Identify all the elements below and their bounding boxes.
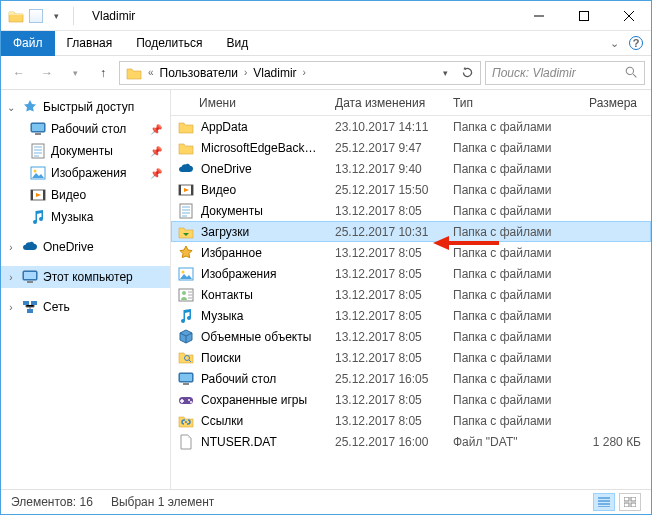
search-input[interactable]: Поиск: Vladimir [485,61,645,85]
table-row[interactable]: NTUSER.DAT25.12.2017 16:00Файл "DAT"1 28… [171,431,651,452]
address-dropdown-icon[interactable]: ▾ [434,62,456,84]
chevron-left-icon[interactable]: « [146,67,156,78]
cell-name: Загрузки [195,225,329,239]
table-row[interactable]: Рабочий стол25.12.2017 16:05Папка с файл… [171,368,651,389]
onedrive-icon [21,239,39,255]
forward-button[interactable]: → [35,61,59,85]
column-type[interactable]: Тип [445,96,565,110]
tree-quick-access[interactable]: ⌄ Быстрый доступ [1,96,170,118]
table-row[interactable]: Сохраненные игры13.12.2017 8:05Папка с ф… [171,389,651,410]
ribbon-tab-view[interactable]: Вид [214,31,260,56]
table-row[interactable]: MicrosoftEdgeBackups25.12.2017 9:47Папка… [171,137,651,158]
cell-type: Папка с файлами [447,246,567,260]
back-button[interactable]: ← [7,61,31,85]
expand-icon[interactable]: › [5,272,17,283]
ribbon-tab-share[interactable]: Поделиться [124,31,214,56]
up-button[interactable]: ↑ [91,61,115,85]
svg-rect-19 [179,185,181,195]
svg-rect-14 [27,281,33,283]
column-name[interactable]: Имени [171,96,327,110]
cell-date: 25.12.2017 10:31 [329,225,447,239]
status-count: Элементов: 16 [11,495,93,509]
navigation-pane[interactable]: ⌄ Быстрый доступ Рабочий стол📌Документы📌… [1,90,171,489]
svg-point-24 [182,270,185,273]
tree-item[interactable]: Видео [1,184,170,206]
cell-type: Папка с файлами [447,162,567,176]
minimize-button[interactable] [516,1,561,31]
table-row[interactable]: Контакты13.12.2017 8:05Папка с файлами [171,284,651,305]
cell-type: Папка с файлами [447,372,567,386]
qat-dropdown-icon[interactable]: ▾ [47,7,65,25]
ribbon-tab-home[interactable]: Главная [55,31,125,56]
table-row[interactable]: Загрузки25.12.2017 10:31Папка с файлами [171,221,651,242]
cell-type: Папка с файлами [447,330,567,344]
collapse-icon[interactable]: ⌄ [5,102,17,113]
list-view: Имени Дата изменения Тип Размера AppData… [171,90,651,489]
view-large-button[interactable] [619,493,641,511]
cell-date: 13.12.2017 8:05 [329,393,447,407]
svg-point-33 [190,401,192,403]
recent-dropdown[interactable]: ▾ [63,61,87,85]
svg-rect-39 [631,503,636,507]
table-row[interactable]: Избранное13.12.2017 8:05Папка с файлами [171,242,651,263]
svg-rect-38 [624,503,629,507]
cell-date: 25.12.2017 16:05 [329,372,447,386]
tree-item[interactable]: Изображения📌 [1,162,170,184]
cell-name: Музыка [195,309,329,323]
cell-name: Контакты [195,288,329,302]
column-size[interactable]: Размера [565,96,645,110]
chevron-right-icon[interactable]: › [242,67,249,78]
tree-onedrive[interactable]: › OneDrive [1,236,170,258]
table-row[interactable]: Поиски13.12.2017 8:05Папка с файлами [171,347,651,368]
cell-type: Папка с файлами [447,288,567,302]
ribbon-tab-file[interactable]: Файл [1,31,55,56]
cell-date: 13.12.2017 8:05 [329,288,447,302]
svg-point-32 [188,399,190,401]
chevron-right-icon[interactable]: › [301,67,308,78]
maximize-button[interactable] [561,1,606,31]
breadcrumb-segment[interactable]: Пользователи [156,62,242,84]
links-icon [177,412,195,430]
cell-date: 25.12.2017 9:47 [329,141,447,155]
breadcrumb-segment[interactable]: Vladimir [249,62,300,84]
cell-type: Папка с файлами [447,183,567,197]
table-row[interactable]: AppData23.10.2017 14:11Папка с файлами [171,116,651,137]
table-row[interactable]: OneDrive13.12.2017 9:40Папка с файлами [171,158,651,179]
docs-icon [29,143,47,159]
pin-icon: 📌 [150,146,162,157]
tree-network[interactable]: › Сеть [1,296,170,318]
table-row[interactable]: Музыка13.12.2017 8:05Папка с файлами [171,305,651,326]
svg-rect-30 [183,383,189,385]
tree-item[interactable]: Рабочий стол📌 [1,118,170,140]
view-details-button[interactable] [593,493,615,511]
help-icon[interactable]: ? [629,36,643,50]
tree-item[interactable]: Документы📌 [1,140,170,162]
network-icon [21,299,39,315]
svg-rect-37 [631,497,636,501]
quick-access-toolbar: ▾ [1,7,84,25]
address-bar[interactable]: « Пользователи › Vladimir › ▾ [119,61,481,85]
table-row[interactable]: Объемные объекты13.12.2017 8:05Папка с ф… [171,326,651,347]
cell-date: 13.12.2017 8:05 [329,246,447,260]
refresh-icon[interactable] [456,62,478,84]
close-button[interactable] [606,1,651,31]
table-row[interactable]: Изображения13.12.2017 8:05Папка с файлам… [171,263,651,284]
svg-rect-4 [35,133,41,135]
expand-icon[interactable]: › [5,302,17,313]
column-date[interactable]: Дата изменения [327,96,445,110]
table-row[interactable]: Документы13.12.2017 8:05Папка с файлами [171,200,651,221]
cell-type: Папка с файлами [447,351,567,365]
ribbon-expand-icon[interactable]: ⌄ [610,37,619,50]
rows-container: AppData23.10.2017 14:11Папка с файламиMi… [171,116,651,489]
cell-date: 13.12.2017 8:05 [329,351,447,365]
table-row[interactable]: Ссылки13.12.2017 8:05Папка с файлами [171,410,651,431]
properties-icon[interactable] [29,9,43,23]
svg-rect-17 [27,309,33,313]
svg-rect-15 [23,301,29,305]
cell-name: NTUSER.DAT [195,435,329,449]
expand-icon[interactable]: › [5,242,17,253]
table-row[interactable]: Видео25.12.2017 15:50Папка с файлами [171,179,651,200]
tree-this-pc[interactable]: › Этот компьютер [1,266,170,288]
cell-name: AppData [195,120,329,134]
tree-item[interactable]: Музыка [1,206,170,228]
